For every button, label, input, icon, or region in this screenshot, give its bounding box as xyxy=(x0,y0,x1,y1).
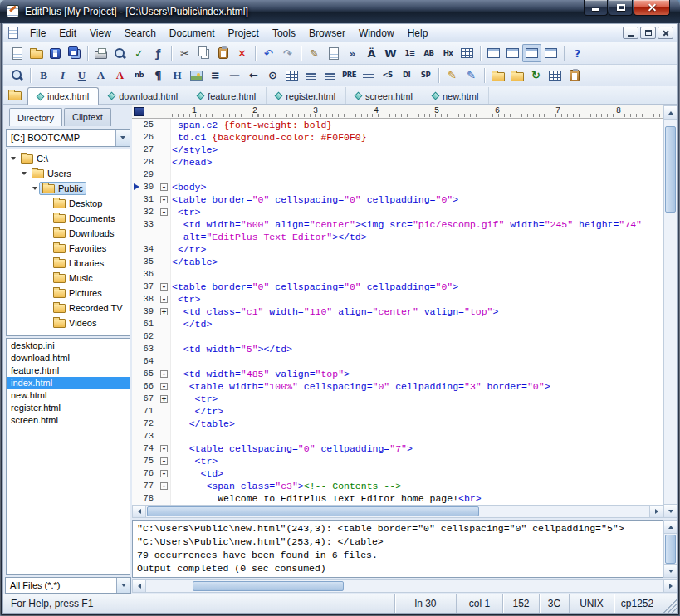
undo-button[interactable]: ↶ xyxy=(259,44,278,62)
clip-window-button[interactable] xyxy=(565,66,584,85)
special-character-button[interactable]: ⊙ xyxy=(263,66,282,85)
tree-item-c[interactable]: C:\ xyxy=(7,151,130,166)
new-document-button[interactable] xyxy=(7,44,27,62)
file-item-feature-html[interactable]: feature.html xyxy=(7,364,130,377)
tree-item-libraries[interactable]: Libraries xyxy=(7,256,130,271)
minimize-button[interactable] xyxy=(584,0,608,16)
function-list-button[interactable]: ƒ xyxy=(149,44,168,62)
editor-hscroll-thumb[interactable] xyxy=(147,506,479,516)
table-wizard-button[interactable] xyxy=(545,66,565,85)
editor-vscroll-thumb[interactable] xyxy=(665,126,676,213)
output-hscroll-thumb[interactable] xyxy=(193,581,344,591)
expand-arrow-icon[interactable] xyxy=(19,172,28,175)
auto-completion-button[interactable]: AB xyxy=(419,44,438,62)
word-wrap-button[interactable]: W xyxy=(381,44,400,62)
fold-toggle-collapse-icon[interactable]: - xyxy=(160,283,168,291)
file-item-screen-html[interactable]: screen.html xyxy=(7,414,130,427)
align-left-button[interactable] xyxy=(301,66,320,85)
save-all-button[interactable] xyxy=(65,44,84,62)
non-breaking-space-button[interactable]: nb xyxy=(130,66,149,85)
fold-toggle-collapse-icon[interactable]: - xyxy=(160,208,168,216)
document-menu-icon[interactable] xyxy=(8,27,18,39)
strikethrough-tag-button[interactable]: <S xyxy=(378,66,397,85)
redo-button[interactable]: ↷ xyxy=(278,44,297,62)
resize-grip[interactable] xyxy=(660,594,677,613)
drive-dropdown-button[interactable] xyxy=(115,130,130,146)
expand-arrow-icon[interactable] xyxy=(30,187,39,190)
print-button[interactable] xyxy=(91,44,110,62)
span-tag-button[interactable]: SP xyxy=(416,66,435,85)
menu-help[interactable]: Help xyxy=(401,25,435,42)
menu-file[interactable]: File xyxy=(23,25,52,42)
sync-folder-button[interactable] xyxy=(488,66,507,85)
file-item-download-html[interactable]: download.html xyxy=(7,352,130,364)
fold-toggle-collapse-icon[interactable]: - xyxy=(160,482,168,490)
tree-item-documents[interactable]: Documents xyxy=(7,211,130,226)
toggle-output-window-button[interactable] xyxy=(522,44,541,62)
output-scroll-up-button[interactable] xyxy=(664,521,677,534)
open-file-button[interactable] xyxy=(27,44,46,62)
file-item-register-html[interactable]: register.html xyxy=(7,402,130,414)
scroll-right-button[interactable] xyxy=(649,506,663,517)
align-center-button[interactable] xyxy=(320,66,340,85)
file-list[interactable]: desktop.inidownload.htmlfeature.htmlinde… xyxy=(6,338,130,575)
title-bar[interactable]: EditPlus [My Project] - [C:\Users\Public… xyxy=(0,0,680,23)
fold-toggle-collapse-icon[interactable]: - xyxy=(160,370,168,378)
mdi-restore-button[interactable] xyxy=(640,27,656,39)
font-color-button[interactable]: A xyxy=(110,66,130,85)
tab-download-html[interactable]: download.html xyxy=(99,87,188,104)
mdi-close-button[interactable] xyxy=(658,27,673,39)
fold-toggle-collapse-icon[interactable]: - xyxy=(160,296,168,303)
print-preview-button[interactable] xyxy=(110,44,130,62)
tree-item-desktop[interactable]: Desktop xyxy=(7,196,130,211)
menu-tools[interactable]: Tools xyxy=(266,25,302,42)
delete-button[interactable]: ✕ xyxy=(232,44,252,62)
tab-feature-html[interactable]: feature.html xyxy=(188,87,266,104)
tab-new-html[interactable]: new.html xyxy=(423,87,488,104)
preformatted-button[interactable]: PRE xyxy=(340,66,359,85)
edit-cliptext-button[interactable]: ✎ xyxy=(443,66,462,85)
file-filter-selector[interactable]: All Files (*.*) xyxy=(5,577,131,594)
paste-button[interactable] xyxy=(213,44,232,62)
spell-check-button[interactable]: ✓ xyxy=(130,44,149,62)
paragraph-button[interactable]: ¶ xyxy=(149,66,168,85)
scroll-left-button[interactable] xyxy=(133,506,146,517)
close-button[interactable] xyxy=(634,0,670,16)
line-numbers-button[interactable]: 1≡ xyxy=(400,44,419,62)
sidebar-tab-directory[interactable]: Directory xyxy=(9,108,62,126)
fold-toggle-collapse-icon[interactable]: - xyxy=(160,470,168,477)
line-break-button[interactable]: — xyxy=(225,66,244,85)
menu-project[interactable]: Project xyxy=(222,25,266,42)
split-horizontal-button[interactable] xyxy=(484,44,503,62)
file-item-new-html[interactable]: new.html xyxy=(7,389,130,402)
edit-template-button[interactable]: ✎ xyxy=(462,66,481,85)
output-line-4[interactable]: Output completed (0 sec consumed) xyxy=(137,562,658,575)
tree-item-videos[interactable]: Videos xyxy=(7,315,130,330)
heading-button[interactable]: H xyxy=(168,66,187,85)
cut-button[interactable]: ✂ xyxy=(175,44,194,62)
fold-toggle-expand-icon[interactable]: + xyxy=(160,395,168,403)
charset-button[interactable]: Ä xyxy=(362,44,381,62)
filter-dropdown-button[interactable] xyxy=(116,578,130,593)
copy-button[interactable] xyxy=(194,44,213,62)
menu-window[interactable]: Window xyxy=(352,25,401,42)
sidebar-tab-cliptext[interactable]: Cliptext xyxy=(64,108,111,126)
output-horizontal-scrollbar[interactable] xyxy=(132,579,678,593)
italic-button[interactable]: I xyxy=(53,66,72,85)
tree-item-pictures[interactable]: Pictures xyxy=(7,286,130,301)
save-button[interactable] xyxy=(46,44,65,62)
editor-vertical-scrollbar[interactable] xyxy=(663,105,678,518)
tree-item-favorites[interactable]: Favorites xyxy=(7,241,130,256)
project-folder-icon[interactable] xyxy=(8,91,22,100)
tab-screen-html[interactable]: screen.html xyxy=(345,87,423,104)
horizontal-rule-button[interactable]: ≡ xyxy=(206,66,225,85)
editor[interactable]: 25 span.c2 {font-weight: bold}26 td.c1 {… xyxy=(132,119,663,505)
drive-selector[interactable]: [C:] BOOTCAMP xyxy=(6,129,130,147)
fold-toggle-expand-icon[interactable]: + xyxy=(160,308,168,315)
cliptext-insert-button[interactable] xyxy=(324,44,343,62)
menu-view[interactable]: View xyxy=(83,25,118,42)
fold-toggle-collapse-icon[interactable]: - xyxy=(160,457,168,465)
output-line-3[interactable]: 79 occurrences have been found in 6 file… xyxy=(137,549,658,562)
tab-index-html[interactable]: index.html xyxy=(27,87,99,105)
tree-item-public[interactable]: Public xyxy=(7,181,130,196)
